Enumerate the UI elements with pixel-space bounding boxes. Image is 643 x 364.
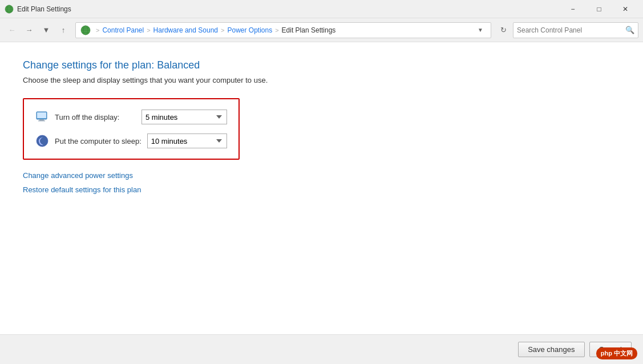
search-box: 🔍 (513, 22, 638, 38)
watermark: php 中文网 (596, 347, 637, 359)
maximize-button[interactable]: □ (586, 0, 612, 18)
sleep-icon (35, 134, 49, 148)
restore-default-link[interactable]: Restore default settings for this plan (23, 185, 141, 194)
up-button[interactable]: ↑ (56, 23, 71, 38)
content-area: Change settings for the plan: Balanced C… (0, 42, 643, 364)
breadcrumb-bar: > Control Panel > Hardware and Sound > P… (75, 22, 491, 38)
breadcrumb-sep-0: > (96, 27, 99, 34)
breadcrumb-sep-3: > (275, 27, 278, 34)
titlebar: Edit Plan Settings − □ ✕ (0, 0, 643, 18)
display-select[interactable]: 1 minute 2 minutes 3 minutes 5 minutes 1… (141, 110, 227, 124)
display-setting-row: Turn off the display: 1 minute 2 minutes… (35, 110, 227, 124)
svg-rect-12 (39, 119, 44, 120)
addressbar: ← → ▼ ↑ > Control Panel > Hardware and S… (0, 18, 643, 42)
breadcrumb-sep-1: > (147, 27, 150, 34)
main-area: Change settings for the plan: Balanced C… (0, 42, 643, 334)
monitor-icon (35, 110, 49, 124)
sleep-label: Put the computer to sleep: (55, 137, 141, 145)
display-label: Turn off the display: (55, 113, 136, 122)
window-title: Edit Plan Settings (17, 5, 71, 13)
svg-rect-11 (37, 112, 46, 118)
restore-default-link-row: Restore default settings for this plan (23, 185, 620, 194)
forward-button[interactable]: → (22, 23, 37, 38)
search-icon[interactable]: 🔍 (625, 26, 634, 34)
minimize-button[interactable]: − (560, 0, 586, 18)
dropdown-button[interactable]: ▼ (39, 23, 54, 38)
breadcrumb-home-icon (80, 25, 91, 35)
advanced-power-link-row: Change advanced power settings (23, 171, 620, 180)
plan-title: Change settings for the plan: Balanced (23, 59, 620, 71)
close-button[interactable]: ✕ (612, 0, 638, 18)
bottom-bar: Save changes Cancel (0, 334, 643, 364)
breadcrumb-current: Edit Plan Settings (282, 26, 336, 34)
sleep-setting-row: Put the computer to sleep: 1 minute 2 mi… (35, 134, 227, 148)
svg-rect-13 (38, 120, 45, 122)
plan-subtitle: Choose the sleep and display settings th… (23, 76, 620, 84)
search-input[interactable] (517, 26, 623, 34)
breadcrumb-hardware-sound[interactable]: Hardware and Sound (153, 26, 218, 34)
breadcrumb-sep-2: > (221, 27, 224, 34)
back-button[interactable]: ← (5, 23, 19, 38)
settings-box: Turn off the display: 1 minute 2 minutes… (23, 98, 240, 160)
save-changes-button[interactable]: Save changes (518, 342, 584, 357)
breadcrumb-control-panel[interactable]: Control Panel (102, 26, 144, 34)
advanced-power-link[interactable]: Change advanced power settings (23, 171, 133, 180)
window-controls: − □ ✕ (560, 0, 638, 18)
breadcrumb-power-options[interactable]: Power Options (227, 26, 272, 34)
app-icon (5, 5, 14, 14)
refresh-button[interactable]: ↻ (496, 23, 511, 38)
sleep-select[interactable]: 1 minute 2 minutes 3 minutes 5 minutes 1… (147, 134, 227, 148)
breadcrumb-dropdown-btn[interactable]: ▼ (475, 25, 486, 36)
